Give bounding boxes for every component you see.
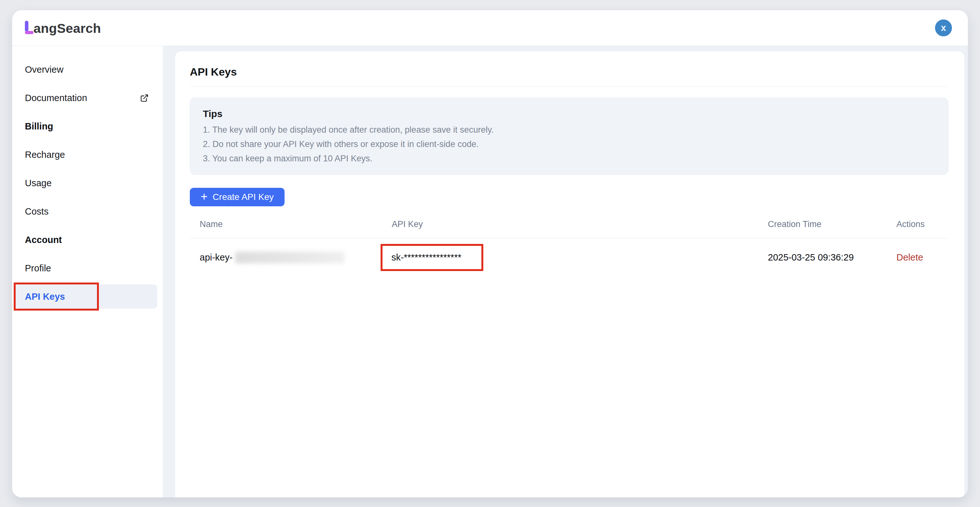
top-header: angSearch x bbox=[12, 10, 968, 46]
table-header-row: Name API Key Creation Time Actions bbox=[190, 219, 948, 238]
api-key-cell: sk-**************** bbox=[392, 244, 768, 271]
tip-line: 1. The key will only be displayed once a… bbox=[203, 123, 935, 137]
sidebar-section-billing: Billing bbox=[12, 112, 163, 141]
key-name-cell: api-key- bbox=[190, 251, 392, 263]
logo-text: angSearch bbox=[33, 22, 101, 35]
sidebar-section-account: Account bbox=[12, 226, 163, 254]
app-body: Overview Documentation Billing Recharge … bbox=[12, 46, 968, 497]
masked-api-key: sk-**************** bbox=[391, 252, 461, 263]
sidebar-item-label: Documentation bbox=[25, 93, 87, 103]
sidebar-item-recharge[interactable]: Recharge bbox=[12, 141, 163, 169]
create-api-key-button[interactable]: + Create API Key bbox=[190, 188, 285, 206]
external-link-icon bbox=[140, 94, 149, 102]
annotation-red-box-api-key: sk-**************** bbox=[380, 244, 483, 271]
column-header-creation-time: Creation Time bbox=[768, 219, 896, 229]
key-name-prefix: api-key- bbox=[200, 252, 232, 263]
title-divider bbox=[190, 86, 948, 87]
sidebar-item-usage[interactable]: Usage bbox=[12, 169, 163, 197]
langsearch-logo[interactable]: angSearch bbox=[25, 21, 101, 35]
actions-cell: Delete bbox=[896, 252, 948, 263]
column-header-name: Name bbox=[190, 219, 392, 229]
tips-list: 1. The key will only be displayed once a… bbox=[203, 123, 935, 166]
delete-key-link[interactable]: Delete bbox=[896, 252, 923, 262]
redacted-key-name-blur bbox=[235, 251, 345, 263]
column-header-api-key: API Key bbox=[392, 219, 768, 229]
sidebar-item-costs[interactable]: Costs bbox=[12, 197, 163, 226]
tips-title: Tips bbox=[203, 108, 935, 119]
tip-line: 2. Do not share your API Key with others… bbox=[203, 137, 935, 151]
sidebar: Overview Documentation Billing Recharge … bbox=[12, 46, 163, 497]
api-keys-panel: API Keys Tips 1. The key will only be di… bbox=[175, 51, 964, 497]
logo-l-icon bbox=[25, 21, 33, 34]
logo-l-vertical-bar bbox=[25, 21, 29, 32]
api-keys-table: Name API Key Creation Time Actions api-k… bbox=[190, 219, 948, 276]
table-row: api-key- sk-**************** 2025-03-25 … bbox=[190, 238, 948, 276]
create-api-key-label: Create API Key bbox=[213, 192, 274, 202]
column-header-actions: Actions bbox=[896, 219, 948, 229]
sidebar-item-overview[interactable]: Overview bbox=[12, 56, 163, 84]
page-title: API Keys bbox=[190, 65, 948, 78]
creation-time-cell: 2025-03-25 09:36:29 bbox=[768, 252, 896, 263]
logo-l-horizontal-bar bbox=[25, 31, 33, 34]
tips-box: Tips 1. The key will only be displayed o… bbox=[190, 98, 948, 175]
plus-icon: + bbox=[200, 191, 208, 202]
sidebar-item-label: API Keys bbox=[25, 291, 65, 302]
tip-line: 3. You can keep a maximum of 10 API Keys… bbox=[203, 151, 935, 166]
sidebar-item-profile[interactable]: Profile bbox=[12, 254, 163, 283]
sidebar-item-documentation[interactable]: Documentation bbox=[12, 84, 163, 112]
user-avatar[interactable]: x bbox=[935, 19, 952, 37]
main-content-area: API Keys Tips 1. The key will only be di… bbox=[163, 46, 968, 497]
app-window: angSearch x Overview Documentation Billi… bbox=[12, 10, 968, 497]
sidebar-item-api-keys[interactable]: API Keys bbox=[15, 284, 157, 309]
